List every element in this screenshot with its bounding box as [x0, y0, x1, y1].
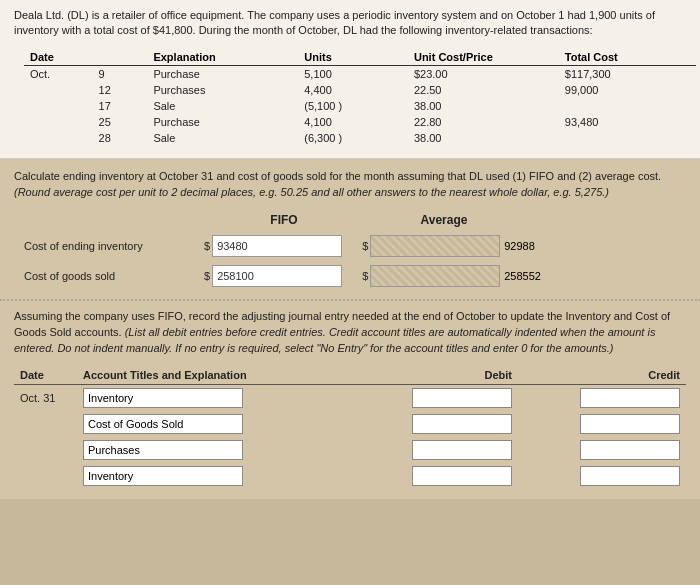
jth-account: Account Titles and Explanation — [77, 366, 350, 385]
row-num: 25 — [93, 114, 148, 130]
jrow2-credit-cell — [518, 411, 686, 437]
jrow1-debit-cell — [350, 385, 518, 412]
row-units: 4,100 — [298, 114, 408, 130]
table-row: 28 Sale (6,300 ) 38.00 — [24, 130, 696, 146]
avg-dollar-sign-1: $ — [362, 240, 368, 252]
journal-table: Date Account Titles and Explanation Debi… — [14, 366, 686, 489]
jrow3-account — [77, 437, 350, 463]
th-date: Date — [24, 49, 93, 66]
avg-dollar-wrap-1: $ — [362, 235, 500, 257]
row-explanation: Purchases — [147, 82, 298, 98]
row-explanation: Sale — [147, 130, 298, 146]
jth-debit: Debit — [350, 366, 518, 385]
fifo-label: FIFO — [204, 213, 364, 227]
jrow1-credit-input[interactable] — [580, 388, 680, 408]
th-units: Units — [298, 49, 408, 66]
jrow4-account — [77, 463, 350, 489]
journal-row-2 — [14, 411, 686, 437]
jrow1-credit-cell — [518, 385, 686, 412]
table-row: 17 Sale (5,100 ) 38.00 — [24, 98, 696, 114]
jrow4-account-input[interactable] — [83, 466, 243, 486]
fifo-dollar-wrap-1: $ — [204, 235, 342, 257]
jrow4-date — [14, 463, 77, 489]
row-num: 9 — [93, 65, 148, 82]
jrow4-debit-cell — [350, 463, 518, 489]
row-units: 4,400 — [298, 82, 408, 98]
calc-instruction-italic: (Round average cost per unit to 2 decima… — [14, 186, 609, 198]
fifo-avg-section: FIFO Average Cost of ending inventory $ … — [14, 213, 686, 287]
jrow4-credit-input[interactable] — [580, 466, 680, 486]
avg-ending-inventory-value: 92988 — [504, 240, 535, 252]
row-date — [24, 114, 93, 130]
jrow1-date: Oct. 31 — [14, 385, 77, 412]
jrow2-credit-input[interactable] — [580, 414, 680, 434]
jrow2-debit-input[interactable] — [412, 414, 512, 434]
jrow3-debit-input[interactable] — [412, 440, 512, 460]
calc-instruction: Calculate ending inventory at October 31… — [14, 170, 661, 182]
fifo-goods-sold-input[interactable] — [212, 265, 342, 287]
row-date — [24, 130, 93, 146]
row-price: 38.00 — [408, 98, 559, 114]
goods-sold-label: Cost of goods sold — [24, 270, 204, 282]
fifo-ending-inventory-input[interactable] — [212, 235, 342, 257]
avg-dollar-wrap-2: $ — [362, 265, 500, 287]
row-units: (6,300 ) — [298, 130, 408, 146]
jrow2-account-input[interactable] — [83, 414, 243, 434]
fifo-dollar-wrap-2: $ — [204, 265, 342, 287]
row-num: 17 — [93, 98, 148, 114]
row-explanation: Purchase — [147, 65, 298, 82]
fifo-dollar-sign-1: $ — [204, 240, 210, 252]
avg-ending-inventory-display — [370, 235, 500, 257]
row-total: 93,480 — [559, 114, 696, 130]
row-total — [559, 98, 696, 114]
avg-dollar-sign-2: $ — [362, 270, 368, 282]
table-row: 25 Purchase 4,100 22.80 93,480 — [24, 114, 696, 130]
jrow1-account-input[interactable] — [83, 388, 243, 408]
row-price: 22.50 — [408, 82, 559, 98]
table-row: 12 Purchases 4,400 22.50 99,000 — [24, 82, 696, 98]
th-oct — [93, 49, 148, 66]
row-total: 99,000 — [559, 82, 696, 98]
row-units: (5,100 ) — [298, 98, 408, 114]
jrow2-debit-cell — [350, 411, 518, 437]
jrow1-account — [77, 385, 350, 412]
inventory-table: Date Explanation Units Unit Cost/Price T… — [24, 49, 696, 146]
row-total: $117,300 — [559, 65, 696, 82]
jrow3-account-input[interactable] — [83, 440, 243, 460]
jrow2-date — [14, 411, 77, 437]
jrow1-debit-input[interactable] — [412, 388, 512, 408]
calc-row-goods-sold: Cost of goods sold $ $ 258552 — [24, 265, 676, 287]
avg-goods-sold-display — [370, 265, 500, 287]
jrow4-credit-cell — [518, 463, 686, 489]
row-price: 22.80 — [408, 114, 559, 130]
jrow3-date — [14, 437, 77, 463]
row-date — [24, 82, 93, 98]
row-date: Oct. — [24, 65, 93, 82]
row-price: $23.00 — [408, 65, 559, 82]
jth-credit: Credit — [518, 366, 686, 385]
journal-row-1: Oct. 31 — [14, 385, 686, 412]
calc-text: Calculate ending inventory at October 31… — [14, 169, 686, 201]
jth-date: Date — [14, 366, 77, 385]
fifo-avg-headers: FIFO Average — [204, 213, 676, 227]
fifo-dollar-sign-2: $ — [204, 270, 210, 282]
page: Deala Ltd. (DL) is a retailer of office … — [0, 0, 700, 585]
intro-text: Deala Ltd. (DL) is a retailer of office … — [14, 8, 686, 39]
table-row: Oct. 9 Purchase 5,100 $23.00 $117,300 — [24, 65, 696, 82]
jrow3-debit-cell — [350, 437, 518, 463]
row-units: 5,100 — [298, 65, 408, 82]
th-total: Total Cost — [559, 49, 696, 66]
jrow4-debit-input[interactable] — [412, 466, 512, 486]
jrow3-credit-cell — [518, 437, 686, 463]
jrow2-account — [77, 411, 350, 437]
row-total — [559, 130, 696, 146]
avg-label: Average — [364, 213, 524, 227]
journal-row-3 — [14, 437, 686, 463]
row-explanation: Purchase — [147, 114, 298, 130]
th-explanation: Explanation — [147, 49, 298, 66]
journal-row-4 — [14, 463, 686, 489]
row-explanation: Sale — [147, 98, 298, 114]
jrow3-credit-input[interactable] — [580, 440, 680, 460]
row-date — [24, 98, 93, 114]
row-price: 38.00 — [408, 130, 559, 146]
